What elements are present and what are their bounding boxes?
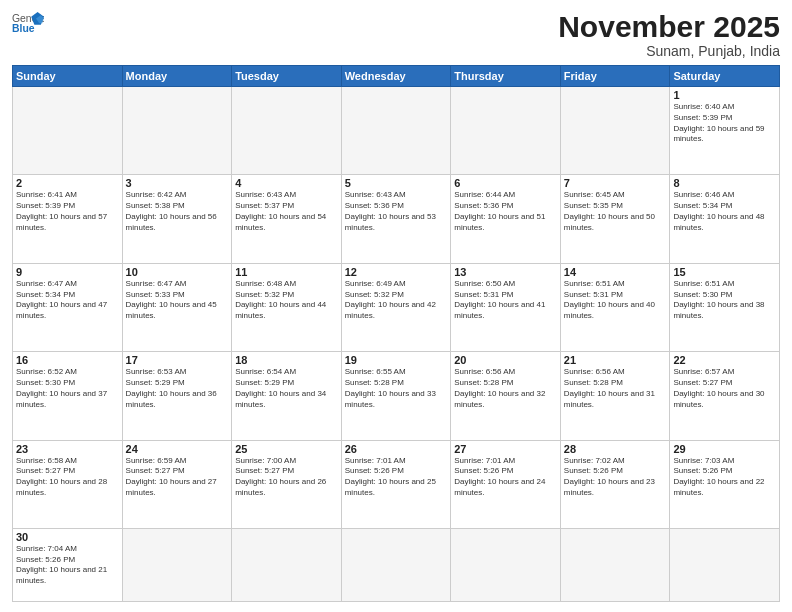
header: General Blue November 2025 Sunam, Punjab…: [12, 10, 780, 59]
day-number: 2: [16, 177, 119, 189]
calendar-week-row: 16Sunrise: 6:52 AM Sunset: 5:30 PM Dayli…: [13, 352, 780, 440]
day-info: Sunrise: 7:03 AM Sunset: 5:26 PM Dayligh…: [673, 456, 776, 499]
calendar-cell: 12Sunrise: 6:49 AM Sunset: 5:32 PM Dayli…: [341, 263, 451, 351]
calendar-cell: [122, 528, 232, 601]
day-number: 5: [345, 177, 448, 189]
day-info: Sunrise: 7:01 AM Sunset: 5:26 PM Dayligh…: [345, 456, 448, 499]
calendar-week-row: 23Sunrise: 6:58 AM Sunset: 5:27 PM Dayli…: [13, 440, 780, 528]
calendar-cell: 4Sunrise: 6:43 AM Sunset: 5:37 PM Daylig…: [232, 175, 342, 263]
day-info: Sunrise: 6:54 AM Sunset: 5:29 PM Dayligh…: [235, 367, 338, 410]
day-info: Sunrise: 6:56 AM Sunset: 5:28 PM Dayligh…: [564, 367, 667, 410]
calendar-cell: 15Sunrise: 6:51 AM Sunset: 5:30 PM Dayli…: [670, 263, 780, 351]
day-info: Sunrise: 6:47 AM Sunset: 5:33 PM Dayligh…: [126, 279, 229, 322]
calendar-cell: [232, 87, 342, 175]
day-number: 25: [235, 443, 338, 455]
day-info: Sunrise: 6:48 AM Sunset: 5:32 PM Dayligh…: [235, 279, 338, 322]
calendar-cell: 30Sunrise: 7:04 AM Sunset: 5:26 PM Dayli…: [13, 528, 123, 601]
calendar-cell: [670, 528, 780, 601]
day-number: 28: [564, 443, 667, 455]
month-title: November 2025: [558, 10, 780, 43]
calendar-cell: 6Sunrise: 6:44 AM Sunset: 5:36 PM Daylig…: [451, 175, 561, 263]
day-info: Sunrise: 6:42 AM Sunset: 5:38 PM Dayligh…: [126, 190, 229, 233]
calendar-cell: 29Sunrise: 7:03 AM Sunset: 5:26 PM Dayli…: [670, 440, 780, 528]
day-number: 24: [126, 443, 229, 455]
day-info: Sunrise: 6:57 AM Sunset: 5:27 PM Dayligh…: [673, 367, 776, 410]
day-info: Sunrise: 7:01 AM Sunset: 5:26 PM Dayligh…: [454, 456, 557, 499]
day-info: Sunrise: 6:59 AM Sunset: 5:27 PM Dayligh…: [126, 456, 229, 499]
day-info: Sunrise: 7:02 AM Sunset: 5:26 PM Dayligh…: [564, 456, 667, 499]
day-info: Sunrise: 6:47 AM Sunset: 5:34 PM Dayligh…: [16, 279, 119, 322]
day-number: 17: [126, 354, 229, 366]
day-info: Sunrise: 7:00 AM Sunset: 5:27 PM Dayligh…: [235, 456, 338, 499]
day-info: Sunrise: 6:58 AM Sunset: 5:27 PM Dayligh…: [16, 456, 119, 499]
day-info: Sunrise: 6:43 AM Sunset: 5:36 PM Dayligh…: [345, 190, 448, 233]
day-number: 21: [564, 354, 667, 366]
day-info: Sunrise: 6:50 AM Sunset: 5:31 PM Dayligh…: [454, 279, 557, 322]
calendar-header-saturday: Saturday: [670, 66, 780, 87]
calendar-cell: [122, 87, 232, 175]
calendar-cell: 14Sunrise: 6:51 AM Sunset: 5:31 PM Dayli…: [560, 263, 670, 351]
calendar-cell: 20Sunrise: 6:56 AM Sunset: 5:28 PM Dayli…: [451, 352, 561, 440]
calendar-cell: 26Sunrise: 7:01 AM Sunset: 5:26 PM Dayli…: [341, 440, 451, 528]
day-info: Sunrise: 6:51 AM Sunset: 5:31 PM Dayligh…: [564, 279, 667, 322]
calendar-week-row: 2Sunrise: 6:41 AM Sunset: 5:39 PM Daylig…: [13, 175, 780, 263]
day-number: 30: [16, 531, 119, 543]
day-number: 3: [126, 177, 229, 189]
calendar-cell: 21Sunrise: 6:56 AM Sunset: 5:28 PM Dayli…: [560, 352, 670, 440]
day-number: 8: [673, 177, 776, 189]
calendar-cell: [341, 528, 451, 601]
svg-text:Blue: Blue: [12, 23, 35, 34]
calendar-cell: 22Sunrise: 6:57 AM Sunset: 5:27 PM Dayli…: [670, 352, 780, 440]
calendar-cell: [560, 528, 670, 601]
day-info: Sunrise: 6:55 AM Sunset: 5:28 PM Dayligh…: [345, 367, 448, 410]
calendar-cell: 11Sunrise: 6:48 AM Sunset: 5:32 PM Dayli…: [232, 263, 342, 351]
logo: General Blue: [12, 10, 44, 38]
calendar-cell: 24Sunrise: 6:59 AM Sunset: 5:27 PM Dayli…: [122, 440, 232, 528]
calendar-cell: 19Sunrise: 6:55 AM Sunset: 5:28 PM Dayli…: [341, 352, 451, 440]
day-info: Sunrise: 6:56 AM Sunset: 5:28 PM Dayligh…: [454, 367, 557, 410]
day-number: 13: [454, 266, 557, 278]
calendar-header-friday: Friday: [560, 66, 670, 87]
calendar-cell: 28Sunrise: 7:02 AM Sunset: 5:26 PM Dayli…: [560, 440, 670, 528]
logo-icon: General Blue: [12, 10, 44, 38]
calendar-header-wednesday: Wednesday: [341, 66, 451, 87]
day-number: 22: [673, 354, 776, 366]
calendar-header-sunday: Sunday: [13, 66, 123, 87]
day-info: Sunrise: 6:40 AM Sunset: 5:39 PM Dayligh…: [673, 102, 776, 145]
day-info: Sunrise: 6:53 AM Sunset: 5:29 PM Dayligh…: [126, 367, 229, 410]
day-number: 20: [454, 354, 557, 366]
day-number: 16: [16, 354, 119, 366]
day-info: Sunrise: 6:45 AM Sunset: 5:35 PM Dayligh…: [564, 190, 667, 233]
day-info: Sunrise: 6:44 AM Sunset: 5:36 PM Dayligh…: [454, 190, 557, 233]
calendar-cell: 1Sunrise: 6:40 AM Sunset: 5:39 PM Daylig…: [670, 87, 780, 175]
calendar-cell: 9Sunrise: 6:47 AM Sunset: 5:34 PM Daylig…: [13, 263, 123, 351]
calendar-cell: 16Sunrise: 6:52 AM Sunset: 5:30 PM Dayli…: [13, 352, 123, 440]
day-number: 9: [16, 266, 119, 278]
calendar-cell: 17Sunrise: 6:53 AM Sunset: 5:29 PM Dayli…: [122, 352, 232, 440]
day-number: 18: [235, 354, 338, 366]
day-number: 6: [454, 177, 557, 189]
calendar-cell: 23Sunrise: 6:58 AM Sunset: 5:27 PM Dayli…: [13, 440, 123, 528]
subtitle: Sunam, Punjab, India: [558, 43, 780, 59]
day-number: 19: [345, 354, 448, 366]
calendar-cell: [451, 87, 561, 175]
day-number: 27: [454, 443, 557, 455]
title-block: November 2025 Sunam, Punjab, India: [558, 10, 780, 59]
calendar-cell: [560, 87, 670, 175]
calendar-cell: 25Sunrise: 7:00 AM Sunset: 5:27 PM Dayli…: [232, 440, 342, 528]
calendar-header-monday: Monday: [122, 66, 232, 87]
calendar-cell: [13, 87, 123, 175]
day-info: Sunrise: 6:43 AM Sunset: 5:37 PM Dayligh…: [235, 190, 338, 233]
calendar-cell: 2Sunrise: 6:41 AM Sunset: 5:39 PM Daylig…: [13, 175, 123, 263]
day-number: 10: [126, 266, 229, 278]
day-number: 7: [564, 177, 667, 189]
calendar-cell: 18Sunrise: 6:54 AM Sunset: 5:29 PM Dayli…: [232, 352, 342, 440]
day-info: Sunrise: 6:51 AM Sunset: 5:30 PM Dayligh…: [673, 279, 776, 322]
day-number: 14: [564, 266, 667, 278]
calendar-header-tuesday: Tuesday: [232, 66, 342, 87]
day-number: 23: [16, 443, 119, 455]
day-number: 29: [673, 443, 776, 455]
day-number: 11: [235, 266, 338, 278]
day-number: 15: [673, 266, 776, 278]
calendar-week-row: 1Sunrise: 6:40 AM Sunset: 5:39 PM Daylig…: [13, 87, 780, 175]
